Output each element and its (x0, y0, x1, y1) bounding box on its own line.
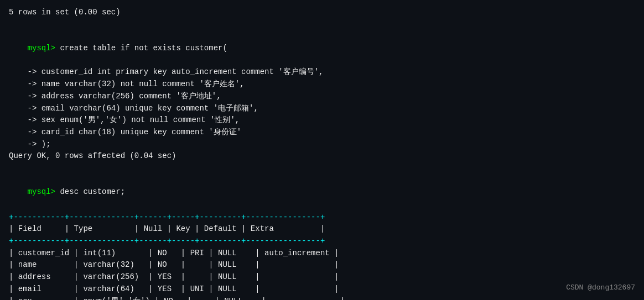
desc-line: mysql> desc customer; (9, 175, 635, 210)
cont-6: -> card_id char(18) unique key comment '… (9, 127, 635, 139)
watermark: CSDN @dong132697 (566, 282, 635, 293)
query-ok: Query OK, 0 rows affected (0.04 sec) (9, 150, 635, 162)
prompt-create: mysql> (28, 44, 60, 52)
terminal: 5 rows in set (0.00 sec) mysql> create t… (0, 0, 644, 300)
table-border-top: +-----------+--------------+------+-----… (9, 212, 635, 224)
cont-5: -> sex enum('男','女') not null comment '性… (9, 114, 635, 127)
create-cmd: create table if not exists customer( (60, 44, 227, 52)
table-section: +-----------+--------------+------+-----… (9, 212, 635, 300)
line-rows-result: 5 rows in set (0.00 sec) (9, 7, 635, 19)
cont-2: -> name varchar(32) not null comment '客户… (9, 78, 635, 91)
create-table-line: mysql> create table if not exists custom… (9, 30, 635, 66)
cont-1: -> customer_id int primary key auto_incr… (9, 66, 635, 78)
desc-cmd: desc customer; (60, 187, 125, 196)
cont-3: -> address varchar(256) comment '客户地址', (9, 91, 635, 103)
table-header: | Field | Type | Null | Key | Default | … (9, 223, 635, 235)
prompt-desc: mysql> (28, 187, 60, 196)
table-row-2: | name | varchar(32) | NO | | NULL | | (9, 259, 635, 271)
cont-7: -> ); (9, 139, 635, 151)
table-border-mid: +-----------+--------------+------+-----… (9, 235, 635, 248)
cont-4: -> email varchar(64) unique key comment … (9, 103, 635, 115)
table-row-5: | sex | enum('男','女') | NO | | NULL | | (9, 296, 635, 301)
table-row-3: | address | varchar(256) | YES | | NULL … (9, 271, 635, 283)
table-row-1: | customer_id | int(11) | NO | PRI | NUL… (9, 248, 635, 260)
table-row-4: | email | varchar(64) | YES | UNI | NULL… (9, 283, 635, 296)
